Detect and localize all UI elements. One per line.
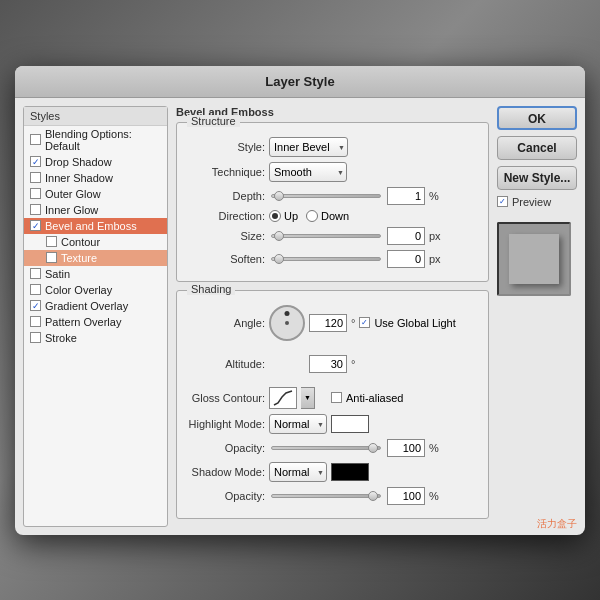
contour-checkbox[interactable]	[46, 236, 57, 247]
preview-swatch	[509, 234, 559, 284]
sidebar-item-satin[interactable]: Satin	[24, 266, 167, 282]
style-row: Style: Inner Bevel Outer Bevel Emboss	[185, 137, 480, 157]
main-panel: Bevel and Emboss Structure Style: Inner …	[176, 106, 489, 527]
angle-center-dot	[285, 321, 289, 325]
sidebar-item-inner-shadow[interactable]: Inner Shadow	[24, 170, 167, 186]
technique-select-wrapper[interactable]: Smooth Chisel Hard Chisel Soft	[269, 162, 347, 182]
sidebar-item-gradient-overlay[interactable]: Gradient Overlay	[24, 298, 167, 314]
sidebar-item-outer-glow[interactable]: Outer Glow	[24, 186, 167, 202]
highlight-color-swatch[interactable]	[331, 415, 369, 433]
size-slider[interactable]	[271, 234, 381, 238]
inner-shadow-checkbox[interactable]	[30, 172, 41, 183]
inner-glow-checkbox[interactable]	[30, 204, 41, 215]
highlight-mode-label: Highlight Mode:	[185, 418, 265, 430]
shadow-opacity-input[interactable]	[387, 487, 425, 505]
sidebar-item-inner-glow[interactable]: Inner Glow	[24, 202, 167, 218]
depth-input[interactable]	[387, 187, 425, 205]
drop-shadow-checkbox[interactable]	[30, 156, 41, 167]
direction-up-label: Up	[284, 210, 298, 222]
shadow-mode-label: Shadow Mode:	[185, 466, 265, 478]
altitude-input[interactable]	[309, 355, 347, 373]
sidebar-item-pattern-overlay[interactable]: Pattern Overlay	[24, 314, 167, 330]
sidebar-item-color-overlay[interactable]: Color Overlay	[24, 282, 167, 298]
watermark: 活力盒子	[537, 517, 577, 531]
shadow-opacity-row: Opacity: %	[185, 487, 480, 505]
styles-header: Styles	[24, 107, 167, 126]
gloss-dropdown-arrow[interactable]: ▼	[301, 387, 315, 409]
sidebar-item-blending[interactable]: Blending Options: Default	[24, 126, 167, 154]
technique-row: Technique: Smooth Chisel Hard Chisel Sof…	[185, 162, 480, 182]
size-field-label: Size:	[185, 230, 265, 242]
styles-list: Blending Options: Default Drop Shadow In…	[24, 126, 167, 346]
style-select-wrapper[interactable]: Inner Bevel Outer Bevel Emboss	[269, 137, 348, 157]
sidebar-item-contour[interactable]: Contour	[24, 234, 167, 250]
layer-style-dialog: Layer Style Styles Blending Options: Def…	[15, 66, 585, 535]
angle-circle[interactable]	[269, 305, 305, 341]
bevel-emboss-checkbox[interactable]	[30, 220, 41, 231]
use-global-light-label: Use Global Light	[374, 317, 455, 329]
texture-checkbox[interactable]	[46, 252, 57, 263]
use-global-light-checkbox[interactable]	[359, 317, 370, 328]
shadow-color-swatch[interactable]	[331, 463, 369, 481]
soften-field-label: Soften:	[185, 253, 265, 265]
soften-unit: px	[429, 253, 441, 265]
direction-field-label: Direction:	[185, 210, 265, 222]
highlight-mode-select[interactable]: Normal Multiply Screen	[269, 414, 327, 434]
gradient-overlay-checkbox[interactable]	[30, 300, 41, 311]
technique-field-label: Technique:	[185, 166, 265, 178]
shadow-mode-select-wrapper[interactable]: Normal Multiply Screen	[269, 462, 327, 482]
direction-down-radio[interactable]	[306, 210, 318, 222]
gloss-contour-preview[interactable]	[269, 387, 297, 409]
new-style-button[interactable]: New Style...	[497, 166, 577, 190]
satin-checkbox[interactable]	[30, 268, 41, 279]
shadow-opacity-slider[interactable]	[271, 494, 381, 498]
technique-select[interactable]: Smooth Chisel Hard Chisel Soft	[269, 162, 347, 182]
ok-button[interactable]: OK	[497, 106, 577, 130]
preview-checkbox[interactable]	[497, 196, 508, 207]
cancel-button[interactable]: Cancel	[497, 136, 577, 160]
dialog-title: Layer Style	[15, 66, 585, 98]
styles-panel: Styles Blending Options: Default Drop Sh…	[23, 106, 168, 527]
soften-input[interactable]	[387, 250, 425, 268]
shadow-mode-row: Shadow Mode: Normal Multiply Screen	[185, 462, 480, 482]
pattern-overlay-checkbox[interactable]	[30, 316, 41, 327]
depth-row: Depth: %	[185, 187, 480, 205]
style-select[interactable]: Inner Bevel Outer Bevel Emboss	[269, 137, 348, 157]
angle-input[interactable]	[309, 314, 347, 332]
highlight-opacity-row: Opacity: %	[185, 439, 480, 457]
outer-glow-checkbox[interactable]	[30, 188, 41, 199]
direction-down-label: Down	[321, 210, 349, 222]
depth-slider[interactable]	[271, 194, 381, 198]
shadow-mode-select[interactable]: Normal Multiply Screen	[269, 462, 327, 482]
shading-label: Shading	[187, 283, 235, 295]
highlight-opacity-input[interactable]	[387, 439, 425, 457]
stroke-checkbox[interactable]	[30, 332, 41, 343]
angle-indicator	[285, 311, 290, 316]
soften-row: Soften: px	[185, 250, 480, 268]
preview-box	[497, 222, 571, 296]
blending-checkbox[interactable]	[30, 134, 41, 145]
shading-section: Shading Angle: ° Use Global Light	[176, 290, 489, 519]
highlight-opacity-slider[interactable]	[271, 446, 381, 450]
sidebar-item-drop-shadow[interactable]: Drop Shadow	[24, 154, 167, 170]
action-panel: OK Cancel New Style... Preview	[497, 106, 577, 527]
size-input[interactable]	[387, 227, 425, 245]
soften-slider[interactable]	[271, 257, 381, 261]
direction-down-option[interactable]: Down	[306, 210, 349, 222]
direction-up-radio[interactable]	[269, 210, 281, 222]
depth-field-label: Depth:	[185, 190, 265, 202]
highlight-mode-select-wrapper[interactable]: Normal Multiply Screen	[269, 414, 327, 434]
preview-row: Preview	[497, 196, 577, 208]
sidebar-item-bevel-emboss[interactable]: Bevel and Emboss	[24, 218, 167, 234]
angle-row: Angle: ° Use Global Light	[185, 305, 480, 341]
color-overlay-checkbox[interactable]	[30, 284, 41, 295]
anti-aliased-checkbox[interactable]	[331, 392, 342, 403]
style-field-label: Style:	[185, 141, 265, 153]
altitude-row: Altitude: °	[185, 346, 480, 382]
size-unit: px	[429, 230, 441, 242]
direction-up-option[interactable]: Up	[269, 210, 298, 222]
angle-field-label: Angle:	[185, 317, 265, 329]
sidebar-item-texture[interactable]: Texture	[24, 250, 167, 266]
sidebar-item-stroke[interactable]: Stroke	[24, 330, 167, 346]
angle-unit: °	[351, 317, 355, 329]
